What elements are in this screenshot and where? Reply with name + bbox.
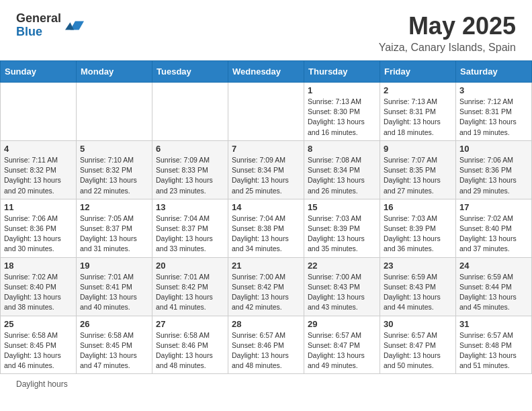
day-number: 22	[308, 261, 376, 271]
day-info: Sunrise: 7:02 AMSunset: 8:40 PMDaylight:…	[4, 272, 73, 313]
page-header: General Blue May 2025 Yaiza, Canary Isla…	[0, 0, 532, 60]
logo: General Blue	[16, 12, 84, 39]
day-info: Sunrise: 7:12 AMSunset: 8:31 PMDaylight:…	[459, 97, 528, 138]
subtitle: Yaiza, Canary Islands, Spain	[379, 42, 516, 54]
calendar-cell: 16Sunrise: 7:03 AMSunset: 8:39 PMDayligh…	[380, 199, 456, 257]
calendar-cell: 24Sunrise: 6:59 AMSunset: 8:44 PMDayligh…	[456, 257, 532, 316]
logo-blue: Blue	[16, 26, 61, 39]
day-info: Sunrise: 7:10 AMSunset: 8:32 PMDaylight:…	[80, 155, 148, 196]
calendar-cell: 19Sunrise: 7:01 AMSunset: 8:41 PMDayligh…	[77, 257, 152, 316]
day-number: 10	[459, 144, 528, 154]
day-number: 9	[384, 144, 452, 154]
calendar-cell: 23Sunrise: 6:59 AMSunset: 8:43 PMDayligh…	[380, 257, 456, 316]
day-number: 19	[80, 261, 148, 271]
day-number: 5	[80, 144, 148, 154]
day-number: 21	[232, 261, 300, 271]
calendar-cell: 2Sunrise: 7:13 AMSunset: 8:31 PMDaylight…	[380, 83, 456, 141]
day-info: Sunrise: 7:04 AMSunset: 8:37 PMDaylight:…	[156, 214, 224, 255]
day-number: 7	[232, 144, 300, 154]
calendar-cell	[77, 83, 152, 141]
calendar-day-header: Friday	[380, 61, 456, 83]
day-info: Sunrise: 6:57 AMSunset: 8:48 PMDaylight:…	[459, 330, 528, 371]
day-info: Sunrise: 6:58 AMSunset: 8:46 PMDaylight:…	[156, 330, 224, 371]
calendar-day-header: Wednesday	[228, 61, 304, 83]
calendar-cell	[228, 83, 304, 141]
calendar-cell: 29Sunrise: 6:57 AMSunset: 8:47 PMDayligh…	[304, 316, 380, 374]
calendar-cell: 9Sunrise: 7:07 AMSunset: 8:35 PMDaylight…	[380, 140, 456, 199]
calendar-week-row: 4Sunrise: 7:11 AMSunset: 8:32 PMDaylight…	[1, 140, 532, 199]
calendar-table: SundayMondayTuesdayWednesdayThursdayFrid…	[0, 60, 532, 374]
day-number: 26	[80, 319, 148, 329]
calendar-cell: 3Sunrise: 7:12 AMSunset: 8:31 PMDaylight…	[456, 83, 532, 141]
day-info: Sunrise: 7:09 AMSunset: 8:34 PMDaylight:…	[232, 155, 300, 196]
day-info: Sunrise: 6:58 AMSunset: 8:45 PMDaylight:…	[4, 330, 73, 371]
day-info: Sunrise: 7:06 AMSunset: 8:36 PMDaylight:…	[4, 214, 73, 255]
calendar-cell: 7Sunrise: 7:09 AMSunset: 8:34 PMDaylight…	[228, 140, 304, 199]
calendar-header: SundayMondayTuesdayWednesdayThursdayFrid…	[1, 61, 532, 83]
calendar-cell: 4Sunrise: 7:11 AMSunset: 8:32 PMDaylight…	[1, 140, 77, 199]
day-number: 30	[384, 319, 452, 329]
day-number: 31	[459, 319, 528, 329]
day-info: Sunrise: 6:59 AMSunset: 8:43 PMDaylight:…	[384, 272, 452, 313]
day-info: Sunrise: 6:57 AMSunset: 8:47 PMDaylight:…	[384, 330, 452, 371]
day-info: Sunrise: 7:13 AMSunset: 8:31 PMDaylight:…	[384, 97, 452, 138]
day-number: 17	[459, 202, 528, 212]
day-info: Sunrise: 6:57 AMSunset: 8:46 PMDaylight:…	[232, 330, 300, 371]
calendar-cell: 11Sunrise: 7:06 AMSunset: 8:36 PMDayligh…	[1, 199, 77, 257]
day-number: 25	[4, 319, 73, 329]
day-info: Sunrise: 7:03 AMSunset: 8:39 PMDaylight:…	[384, 214, 452, 255]
calendar-day-header: Monday	[77, 61, 152, 83]
day-number: 4	[4, 144, 73, 154]
day-number: 12	[80, 202, 148, 212]
calendar-cell: 8Sunrise: 7:08 AMSunset: 8:34 PMDaylight…	[304, 140, 380, 199]
calendar-cell: 27Sunrise: 6:58 AMSunset: 8:46 PMDayligh…	[152, 316, 228, 374]
calendar-week-row: 18Sunrise: 7:02 AMSunset: 8:40 PMDayligh…	[1, 257, 532, 316]
daylight-label: Daylight hours	[16, 379, 68, 389]
day-number: 11	[4, 202, 73, 212]
logo-icon	[65, 16, 84, 35]
calendar-week-row: 25Sunrise: 6:58 AMSunset: 8:45 PMDayligh…	[1, 316, 532, 374]
day-info: Sunrise: 7:06 AMSunset: 8:36 PMDaylight:…	[459, 155, 528, 196]
day-info: Sunrise: 7:11 AMSunset: 8:32 PMDaylight:…	[4, 155, 73, 196]
calendar-cell: 13Sunrise: 7:04 AMSunset: 8:37 PMDayligh…	[152, 199, 228, 257]
day-info: Sunrise: 7:08 AMSunset: 8:34 PMDaylight:…	[308, 155, 376, 196]
day-number: 13	[156, 202, 224, 212]
day-number: 6	[156, 144, 224, 154]
day-info: Sunrise: 7:07 AMSunset: 8:35 PMDaylight:…	[384, 155, 452, 196]
day-number: 3	[459, 85, 528, 95]
calendar-week-row: 11Sunrise: 7:06 AMSunset: 8:36 PMDayligh…	[1, 199, 532, 257]
day-info: Sunrise: 7:03 AMSunset: 8:39 PMDaylight:…	[308, 214, 376, 255]
calendar-cell	[1, 83, 77, 141]
calendar-cell: 14Sunrise: 7:04 AMSunset: 8:38 PMDayligh…	[228, 199, 304, 257]
calendar-day-header: Sunday	[1, 61, 77, 83]
main-title: May 2025	[379, 12, 516, 40]
calendar-cell: 17Sunrise: 7:02 AMSunset: 8:40 PMDayligh…	[456, 199, 532, 257]
calendar-cell: 28Sunrise: 6:57 AMSunset: 8:46 PMDayligh…	[228, 316, 304, 374]
day-number: 1	[308, 85, 376, 95]
logo-text: General Blue	[16, 12, 61, 39]
calendar-header-row: SundayMondayTuesdayWednesdayThursdayFrid…	[1, 61, 532, 83]
day-number: 18	[4, 261, 73, 271]
calendar-body: 1Sunrise: 7:13 AMSunset: 8:30 PMDaylight…	[1, 83, 532, 374]
day-number: 23	[384, 261, 452, 271]
calendar-week-row: 1Sunrise: 7:13 AMSunset: 8:30 PMDaylight…	[1, 83, 532, 141]
day-info: Sunrise: 6:57 AMSunset: 8:47 PMDaylight:…	[308, 330, 376, 371]
day-info: Sunrise: 7:09 AMSunset: 8:33 PMDaylight:…	[156, 155, 224, 196]
calendar-cell: 1Sunrise: 7:13 AMSunset: 8:30 PMDaylight…	[304, 83, 380, 141]
day-number: 2	[384, 85, 452, 95]
day-number: 20	[156, 261, 224, 271]
calendar-cell: 21Sunrise: 7:00 AMSunset: 8:42 PMDayligh…	[228, 257, 304, 316]
calendar-cell: 26Sunrise: 6:58 AMSunset: 8:45 PMDayligh…	[77, 316, 152, 374]
day-info: Sunrise: 6:58 AMSunset: 8:45 PMDaylight:…	[80, 330, 148, 371]
calendar-cell: 12Sunrise: 7:05 AMSunset: 8:37 PMDayligh…	[77, 199, 152, 257]
day-info: Sunrise: 7:00 AMSunset: 8:43 PMDaylight:…	[308, 272, 376, 313]
calendar-cell	[152, 83, 228, 141]
day-info: Sunrise: 7:01 AMSunset: 8:41 PMDaylight:…	[80, 272, 148, 313]
day-info: Sunrise: 7:01 AMSunset: 8:42 PMDaylight:…	[156, 272, 224, 313]
day-number: 14	[232, 202, 300, 212]
day-number: 27	[156, 319, 224, 329]
day-number: 15	[308, 202, 376, 212]
calendar-day-header: Saturday	[456, 61, 532, 83]
calendar-cell: 30Sunrise: 6:57 AMSunset: 8:47 PMDayligh…	[380, 316, 456, 374]
day-number: 24	[459, 261, 528, 271]
